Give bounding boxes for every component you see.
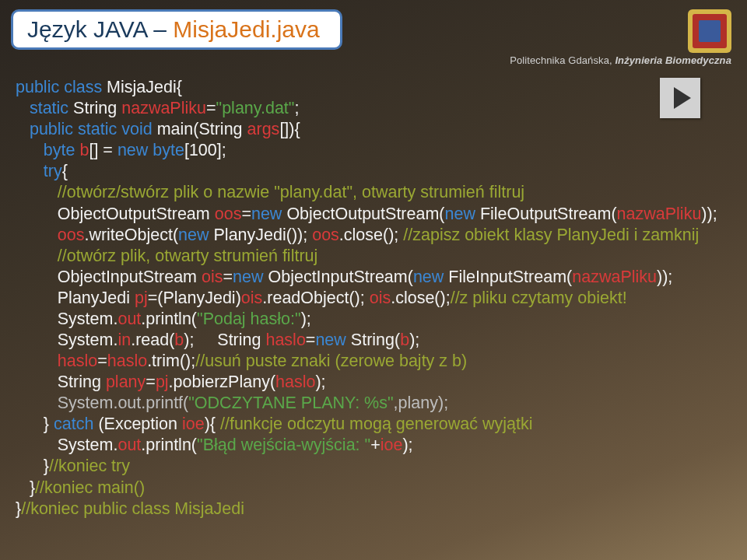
slide-title: Język JAVA – MisjaJedi.java [11,9,342,50]
code-block: public class MisjaJedi{ static String na… [16,56,717,520]
university-crest-icon [688,9,731,53]
title-part2: MisjaJedi.java [173,16,319,42]
title-part1: Język JAVA – [27,16,173,42]
